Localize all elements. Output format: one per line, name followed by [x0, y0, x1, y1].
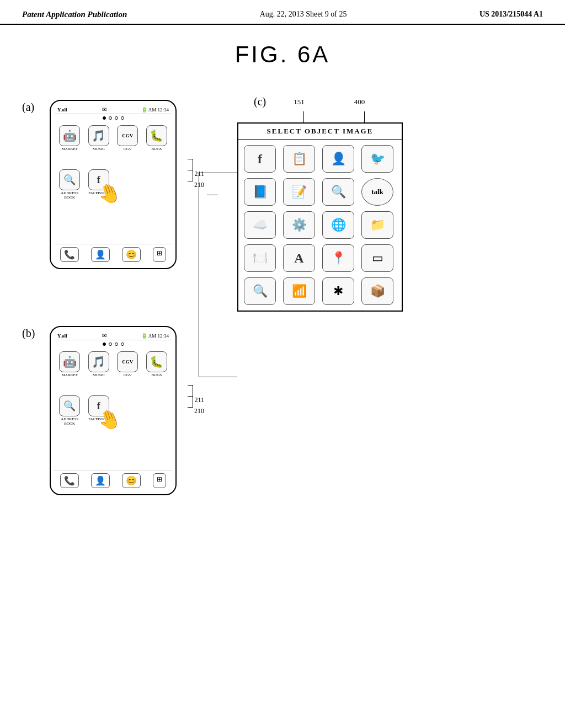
- callout-icon-font-a: A: [283, 244, 315, 272]
- cgv-icon-b: CGV: [117, 351, 138, 372]
- callout-icon-talk: talk: [361, 178, 393, 206]
- spacer-a: [54, 202, 172, 240]
- music-icon-b: 🎵: [88, 351, 109, 372]
- contacts-icon-a: 👤: [91, 247, 110, 262]
- music-label-a: MUSIC: [93, 147, 105, 152]
- bracket-top-b: [188, 385, 193, 386]
- bracket-top-a: [188, 159, 193, 159]
- callout-icon-cube: 📦: [361, 277, 393, 305]
- panel-b-label: (b): [22, 327, 35, 340]
- dot2: [109, 116, 112, 120]
- callout-icon-globe: 🌐: [322, 211, 354, 239]
- callout-icon-bird: 🐦: [361, 145, 393, 173]
- call-icon-b: 📞: [60, 473, 79, 488]
- callout-icon-wifi: 📶: [283, 277, 315, 305]
- cgv-label-a: CGV: [124, 147, 132, 152]
- callout-icon-cloud: ☁️: [244, 211, 276, 239]
- dot2b: [109, 342, 112, 346]
- bugs-label-b: BUGS: [151, 373, 162, 378]
- addressbook-label-a: ADDRESSBOOK: [61, 191, 78, 200]
- app-music-b: 🎵 MUSIC: [86, 351, 113, 391]
- bugs-icon-b: 🐛: [146, 351, 167, 372]
- bugs-label-a: BUGS: [151, 147, 162, 152]
- phone-bottom-b: 📞 👤 😊 ⊞: [54, 470, 172, 490]
- dot4: [121, 116, 124, 120]
- apps-icon-a: ⊞: [153, 247, 166, 262]
- arrow-right-a: [207, 195, 218, 195]
- bugs-icon-a: 🐛: [146, 125, 167, 146]
- callout-icon-person: 👤: [322, 145, 354, 173]
- panel-c-label: (c): [254, 95, 266, 108]
- page-header: Patent Application Publication Aug. 22, …: [0, 0, 565, 25]
- callout-header: SELECT OBJECT IMAGE: [238, 124, 402, 140]
- dot3b: [115, 342, 118, 346]
- dots-b: [54, 342, 172, 346]
- app-addressbook-b: 🔍 ADDRESSBOOK: [56, 395, 83, 426]
- mail-icon-b: ✉: [102, 333, 106, 339]
- bracket-bot-a: [188, 181, 193, 181]
- phone-a: Y.oll ✉ 🔋 AM 12:34 🤖: [50, 100, 177, 269]
- callout-icon-bluetooth: ✱: [322, 277, 354, 305]
- status-bar-a: Y.oll ✉ 🔋 AM 12:34: [54, 105, 172, 114]
- phone-bottom-a: 📞 👤 😊 ⊞: [54, 244, 172, 264]
- callout-icon-folder: 📁: [361, 211, 393, 239]
- dot1: [103, 116, 106, 120]
- arrow-from-b: [199, 377, 237, 377]
- contacts-icon-b: 👤: [91, 473, 110, 488]
- app-music-a: 🎵 MUSIC: [86, 125, 113, 165]
- music-label-b: MUSIC: [93, 373, 105, 378]
- app-cgv-a: CGV CGV: [114, 125, 141, 165]
- patent-number: US 2013/215044 A1: [479, 10, 543, 19]
- messages-icon-b: 😊: [122, 473, 141, 488]
- messages-icon-a: 😊: [122, 247, 141, 262]
- panel-c: (c) 151 400 SELECT OBJECT IMAGE f 📋 👤 🐦: [237, 95, 414, 312]
- addressbook-label-b: ADDRESSBOOK: [61, 417, 78, 426]
- figure-title: FIG. 6A: [22, 41, 543, 68]
- status-bar-b: Y.oll ✉ 🔋 AM 12:34: [54, 331, 172, 340]
- call-icon-a: 📞: [60, 247, 79, 262]
- callout-icon-pin: 📍: [322, 244, 354, 272]
- c-header-labels: (c) 151 400: [254, 95, 414, 108]
- callout-icon-facebook: f: [244, 145, 276, 173]
- app-market-a: 🤖 MARKET: [56, 125, 83, 165]
- bracket-bot-b: [188, 407, 193, 408]
- content-area: (a) 151 Y.oll ✉ 🔋 AM 12:34: [22, 84, 543, 520]
- left-column: (a) 151 Y.oll ✉ 🔋 AM 12:34: [22, 84, 210, 520]
- market-label-a: MARKET: [61, 147, 78, 152]
- c-ref-lines: [237, 111, 414, 122]
- app-market-b: 🤖 MARKET: [56, 351, 83, 391]
- addressbook-icon-a: 🔍: [59, 169, 80, 190]
- ref-210-a: 210: [194, 181, 204, 189]
- addressbook-icon-b: 🔍: [59, 395, 80, 416]
- publication-date: Aug. 22, 2013 Sheet 9 of 25: [260, 10, 347, 19]
- market-icon-a: 🤖: [59, 125, 80, 146]
- apps-icon-b: ⊞: [153, 473, 166, 488]
- cgv-icon-a: CGV: [117, 125, 138, 146]
- phone-b: Y.oll ✉ 🔋 AM 12:34 🤖 MARKET: [50, 326, 177, 495]
- publication-label: Patent Application Publication: [22, 10, 127, 19]
- arrow-from-a: [199, 173, 237, 173]
- callout-icon-settings: ⚙️: [283, 211, 315, 239]
- mail-icon-a: ✉: [102, 106, 106, 113]
- callout-icon-search-person: 🔍: [322, 178, 354, 206]
- app-bugs-a: 🐛 BUGS: [143, 125, 170, 165]
- market-label-b: MARKET: [61, 373, 78, 378]
- main-content: FIG. 6A (a) 151 Y.oll ✉ 🔋 AM 12:34: [0, 25, 565, 531]
- callout-icon-dining: 🍽️: [244, 244, 276, 272]
- app-bugs-b: 🐛 BUGS: [143, 351, 170, 391]
- signal-b: Y.oll: [57, 333, 67, 339]
- c-ref-400: 400: [354, 98, 365, 110]
- bracket-mid-b: [188, 396, 193, 397]
- app-row1-b: 🤖 MARKET 🎵 MUSIC CGV CGV 🐛: [54, 349, 172, 393]
- callout-icon-rect: ▭: [361, 244, 393, 272]
- callout-icon-grid: f 📋 👤 🐦 📘 📝 🔍 talk ☁️ ⚙️ 🌐 📁 🍽️: [238, 140, 402, 311]
- signal-a: Y.oll: [57, 107, 67, 113]
- c-ref-151: 151: [294, 98, 305, 110]
- select-object-panel: SELECT OBJECT IMAGE f 📋 👤 🐦 📘 📝 🔍 talk ☁…: [237, 122, 403, 312]
- callout-icon-notepad: 📝: [283, 178, 315, 206]
- dot3: [115, 116, 118, 120]
- callout-icon-tumblr: 📘: [244, 178, 276, 206]
- cgv-label-b: CGV: [124, 373, 132, 378]
- callout-icon-magnify: 🔍: [244, 277, 276, 305]
- app-cgv-b: CGV CGV: [114, 351, 141, 391]
